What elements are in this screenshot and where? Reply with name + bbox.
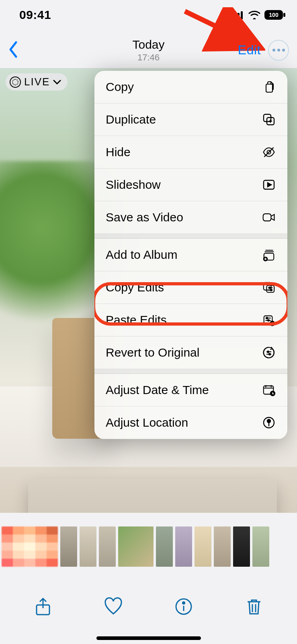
edit-button[interactable]: Edit	[238, 43, 261, 58]
live-icon	[10, 76, 21, 88]
thumbnail[interactable]	[99, 526, 116, 567]
thumbnail[interactable]	[2, 526, 58, 567]
menu-item-label: Revert to Original	[106, 346, 199, 359]
duplicate-icon	[262, 112, 276, 127]
svg-rect-0	[231, 16, 233, 19]
calendar-icon	[262, 383, 276, 397]
menu-item-copy-edits[interactable]: Copy Edits	[94, 271, 287, 304]
svg-rect-16	[266, 285, 274, 292]
copy-edits-icon	[262, 280, 276, 295]
svg-point-33	[182, 602, 184, 604]
menu-item-paste-edits[interactable]: Paste Edits	[94, 304, 287, 336]
wifi-icon	[248, 10, 261, 19]
album-add-icon	[262, 248, 276, 262]
menu-item-hide[interactable]: Hide	[94, 136, 287, 169]
svg-rect-1	[234, 14, 236, 19]
delete-button[interactable]	[244, 597, 264, 618]
svg-point-20	[266, 317, 268, 319]
menu-item-label: Adjust Date & Time	[106, 383, 209, 397]
menu-separator	[94, 234, 287, 239]
svg-point-24	[267, 351, 269, 353]
svg-point-18	[270, 289, 272, 291]
svg-point-25	[269, 353, 270, 355]
thumbnail-scrubber[interactable]	[0, 526, 297, 567]
menu-item-label: Add to Album	[106, 248, 177, 262]
menu-item-adjust-location[interactable]: Adjust Location	[94, 407, 287, 439]
play-rect-icon	[262, 178, 276, 192]
svg-point-29	[267, 419, 270, 423]
menu-item-label: Slideshow	[106, 178, 161, 192]
video-camera-icon	[262, 210, 276, 225]
svg-point-21	[268, 320, 269, 321]
menu-item-label: Adjust Location	[106, 416, 188, 429]
thumbnail[interactable]	[80, 526, 96, 567]
svg-rect-7	[266, 84, 272, 92]
favorite-button[interactable]	[104, 597, 123, 618]
svg-point-17	[269, 287, 270, 289]
ellipsis-icon	[272, 49, 285, 52]
svg-text:100: 100	[269, 12, 279, 18]
copy-icon	[262, 80, 276, 94]
status-time: 09:41	[19, 8, 51, 22]
thumbnail-selected[interactable]	[118, 526, 154, 567]
nav-bar: Today 17:46 Edit	[0, 32, 297, 68]
cellular-icon	[231, 10, 245, 19]
thumbnail[interactable]	[156, 526, 173, 567]
thumbnail[interactable]	[60, 526, 77, 567]
menu-item-label: Save as Video	[106, 211, 183, 224]
menu-item-revert[interactable]: Revert to Original	[94, 336, 287, 369]
menu-item-adjust-date[interactable]: Adjust Date & Time	[94, 374, 287, 407]
menu-item-slideshow[interactable]: Slideshow	[94, 169, 287, 201]
location-pin-icon	[262, 415, 276, 430]
status-indicators: 100	[231, 10, 286, 20]
paste-edits-icon	[262, 313, 276, 327]
status-bar: 09:41 100	[0, 0, 297, 24]
menu-item-label: Copy Edits	[106, 281, 164, 294]
menu-item-label: Duplicate	[106, 113, 156, 126]
svg-rect-5	[283, 13, 285, 17]
more-button[interactable]	[268, 40, 289, 61]
share-button[interactable]	[33, 597, 53, 618]
thumbnail[interactable]	[195, 526, 211, 567]
svg-rect-15	[264, 283, 271, 290]
menu-item-duplicate[interactable]: Duplicate	[94, 103, 287, 136]
back-button[interactable]	[8, 41, 18, 60]
battery-icon: 100	[264, 10, 286, 20]
live-photo-badge[interactable]: LIVE	[6, 73, 68, 91]
bottom-toolbar	[0, 585, 297, 630]
live-label: LIVE	[24, 76, 50, 88]
menu-item-label: Paste Edits	[106, 313, 167, 327]
revert-icon	[262, 345, 276, 360]
context-menu: Copy Duplicate Hide Slideshow Save as Vi…	[94, 71, 287, 439]
svg-rect-3	[241, 11, 243, 19]
menu-item-label: Copy	[106, 80, 134, 94]
menu-item-save-video[interactable]: Save as Video	[94, 201, 287, 234]
home-indicator	[96, 636, 201, 640]
menu-item-copy[interactable]: Copy	[94, 71, 287, 103]
info-button[interactable]	[174, 597, 193, 618]
thumbnail[interactable]	[233, 526, 250, 567]
thumbnail[interactable]	[214, 526, 231, 567]
svg-rect-12	[263, 214, 271, 221]
thumbnail[interactable]	[252, 526, 269, 567]
chevron-down-icon	[53, 79, 61, 85]
thumbnail[interactable]	[175, 526, 192, 567]
eye-slash-icon	[262, 145, 276, 159]
menu-item-label: Hide	[106, 145, 131, 159]
menu-item-add-album[interactable]: Add to Album	[94, 239, 287, 271]
menu-separator	[94, 369, 287, 374]
svg-rect-2	[238, 13, 240, 19]
